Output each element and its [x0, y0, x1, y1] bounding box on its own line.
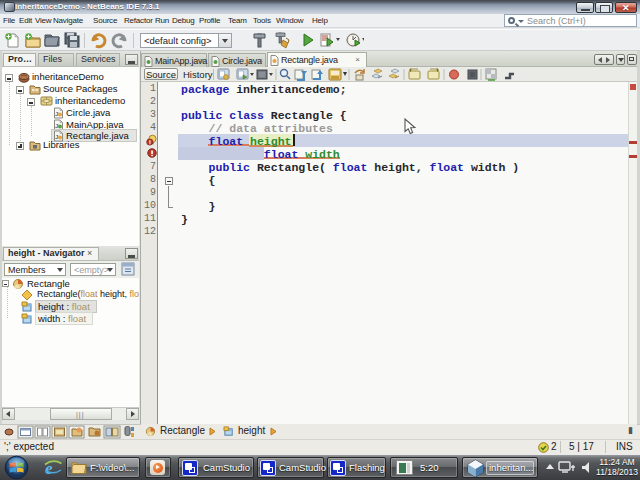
svg-text:J: J: [55, 111, 58, 117]
